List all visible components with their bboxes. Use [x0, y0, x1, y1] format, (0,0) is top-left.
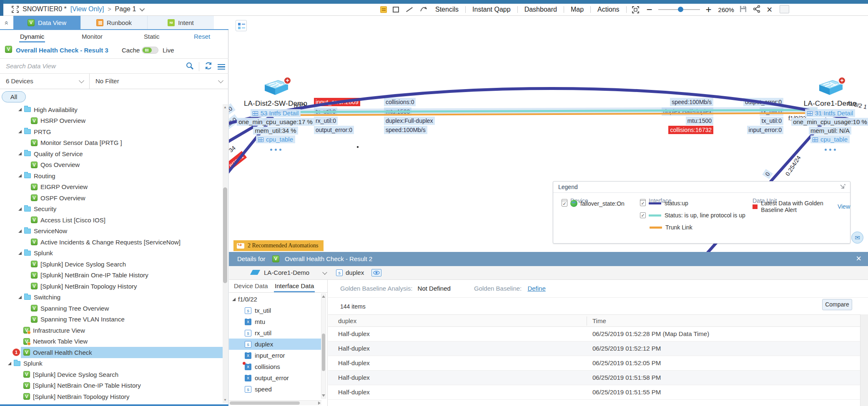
switch-icon[interactable]: +: [817, 79, 843, 99]
curve-tool-icon[interactable]: [420, 5, 428, 14]
save-icon[interactable]: [739, 5, 747, 15]
tree-item--splunk-netbrain-topology-history[interactable]: V[Splunk] NetBrain Topology History: [0, 391, 223, 402]
data-filter-dropdown[interactable]: No Filter: [90, 74, 228, 89]
alert-plus-badge[interactable]: +: [838, 77, 846, 85]
table-scrollbar[interactable]: [860, 314, 868, 406]
more-data-icon[interactable]: [780, 145, 868, 152]
tree-item--splunk-device-syslog-search[interactable]: V[Splunk] Device Syslog Search: [0, 369, 223, 380]
tree-folder-routing[interactable]: Routing: [0, 170, 223, 182]
details-device-selector[interactable]: LA-Core1-Demo: [264, 269, 309, 276]
search-input[interactable]: Search Data View: [6, 62, 56, 70]
define-link[interactable]: Define: [527, 285, 545, 292]
subtab-dynamic[interactable]: Dynamic: [20, 33, 44, 40]
tree-caret-icon[interactable]: [18, 108, 22, 111]
menu-instant-qapp[interactable]: Instant Qapp: [471, 6, 512, 13]
menu-dashboard[interactable]: Dashboard: [523, 6, 558, 13]
eye-icon[interactable]: [371, 269, 381, 276]
subtab-monitor[interactable]: Monitor: [82, 33, 103, 40]
tree-caret-icon[interactable]: [18, 229, 22, 233]
shape-tool-icon[interactable]: [393, 7, 399, 12]
cache-live-toggle[interactable]: [142, 47, 158, 54]
device-name[interactable]: LA-Dist2-SW-Demo: [229, 100, 326, 108]
tree-caret-icon[interactable]: [18, 207, 22, 211]
tree-item-network-table-view[interactable]: VNetwork Table View: [0, 336, 223, 347]
tree-item-active-incidents-change-requests-servicenow-[interactable]: VActive Incidents & Change Requests [Ser…: [0, 237, 223, 248]
tree-caret-icon[interactable]: [8, 362, 11, 365]
checkbox-checked[interactable]: ✓: [640, 212, 646, 218]
page-chevron-icon[interactable]: [140, 6, 145, 11]
tree-item-ospf-overview[interactable]: VOSPF Overview: [0, 402, 223, 404]
tree-folder-high-availability[interactable]: High Availability: [0, 104, 223, 115]
interface-node[interactable]: f1/0/22: [229, 294, 257, 305]
field-speed[interactable]: sspeed: [229, 384, 321, 395]
search-icon[interactable]: [186, 62, 194, 72]
more-data-icon[interactable]: [229, 145, 326, 152]
zoom-slider[interactable]: [658, 9, 700, 10]
recommended-automations-badge[interactable]: 2 Recommended Automations: [233, 240, 324, 251]
field-output_error[interactable]: xoutput_error: [229, 372, 321, 384]
sidebar-scrollbar[interactable]: ▲ ▼: [223, 104, 228, 403]
zoom-out-button[interactable]: −: [642, 5, 657, 14]
tab-intent[interactable]: NI Intent: [147, 16, 214, 29]
tree-item-access-list-cisco-ios-[interactable]: VAccess List [Cisco IOS]: [0, 214, 223, 226]
tree-folder-splunk[interactable]: Splunk: [0, 248, 223, 259]
table-row[interactable]: Half-duplex06/25/2019 01:51:58 PM: [328, 371, 860, 385]
zoom-in-button[interactable]: +: [702, 5, 716, 14]
alert-plus-badge[interactable]: +: [283, 77, 291, 85]
tree-item-spanning-tree-overview[interactable]: VSpanning Tree Overview: [0, 303, 223, 314]
subtab-static[interactable]: Static: [144, 33, 160, 40]
field-duplex[interactable]: sduplex: [229, 339, 321, 350]
tree-item-ospf-overview[interactable]: VOSPF Overview: [0, 192, 223, 204]
cpu-table-link[interactable]: cpu_table: [810, 135, 850, 143]
tree-caret-icon[interactable]: [232, 298, 236, 301]
tab-runbook[interactable]: Runbook: [80, 16, 147, 29]
tree-folder-servicenow[interactable]: ServiceNow: [0, 226, 223, 237]
map-legend-toggle-icon[interactable]: [236, 20, 247, 31]
scrollbar-thumb[interactable]: [230, 401, 300, 405]
tree-caret-icon[interactable]: [18, 296, 22, 299]
line-tool-icon[interactable]: [406, 7, 413, 12]
tab-data-view[interactable]: V Data View: [13, 16, 80, 29]
data-field-tab[interactable]: s duplex: [336, 269, 364, 276]
tree-item--splunk-netbrain-one-ip-table-history[interactable]: V[Splunk] NetBrain One-IP Table History: [0, 270, 223, 281]
tree-item-spanning-tree-vlan-instance[interactable]: VSpanning Tree VLAN Instance: [0, 314, 223, 325]
menu-icon[interactable]: [218, 64, 225, 70]
close-details-icon[interactable]: ×: [856, 253, 861, 264]
tree-item--splunk-device-syslog-search[interactable]: V[Splunk] Device Syslog Search: [0, 259, 223, 270]
table-row[interactable]: Half-duplex06/25/2019 01:52:28 PM (Map D…: [328, 327, 860, 341]
table-row[interactable]: Half-duplex06/25/2019 01:51:55 PM: [328, 385, 860, 400]
tree-folder-splunk[interactable]: Splunk: [0, 358, 223, 369]
share-icon[interactable]: [753, 5, 761, 15]
intfs-detail-link[interactable]: 53 Intfs Detail: [251, 109, 301, 117]
tree-item-overall-health-check[interactable]: 1VOverall Health Check: [0, 347, 223, 358]
tab-device-data[interactable]: Device Data: [234, 282, 268, 289]
page-name[interactable]: Page 1: [115, 5, 136, 13]
fit-screen-icon[interactable]: [632, 6, 639, 13]
reset-link[interactable]: Reset: [194, 33, 210, 40]
search-bar[interactable]: Search Data View: [0, 58, 228, 74]
field-scrollbar[interactable]: [321, 294, 326, 399]
table-row[interactable]: Half-duplex06/25/2019 01:52:05 PM: [328, 356, 860, 371]
table-row[interactable]: Half-duplex06/25/2019 01:52:12 PM: [328, 341, 860, 356]
detached-panel-icon[interactable]: [780, 5, 789, 13]
device-la-core1[interactable]: + LA-Core1-Demo 31 Intfs Detail one_min_…: [780, 79, 868, 152]
note-tool-icon[interactable]: [380, 6, 387, 13]
zoom-slider-knob[interactable]: [678, 7, 683, 12]
switch-icon[interactable]: +: [262, 79, 289, 99]
menu-stencils[interactable]: Stencils: [434, 6, 460, 13]
field-mtu[interactable]: xmtu: [229, 316, 321, 327]
result-title-link[interactable]: Overall Health Check - Result 3: [16, 47, 108, 54]
tree-folder-quality-of-service[interactable]: Quality of Service: [0, 148, 223, 159]
tree-folder-security[interactable]: Security: [0, 204, 223, 215]
view-link[interactable]: View: [838, 203, 850, 210]
field-hscrollbar[interactable]: [229, 400, 321, 405]
column-duplex[interactable]: duplex: [338, 317, 356, 324]
scrollbar-thumb[interactable]: [223, 187, 227, 283]
tree-item-monitor-sensor-data-prtg-[interactable]: VMonitor Sensor Data [PRTG ]: [0, 137, 223, 149]
email-alert-icon[interactable]: ✉: [851, 232, 863, 244]
checkbox-checked[interactable]: ✓: [640, 200, 646, 206]
menu-actions[interactable]: Actions: [596, 6, 620, 13]
compare-button[interactable]: Compare: [822, 299, 852, 310]
device-scope-dropdown[interactable]: 6 Devices: [0, 74, 90, 89]
intfs-detail-link[interactable]: 31 Intfs Detail: [805, 109, 855, 117]
